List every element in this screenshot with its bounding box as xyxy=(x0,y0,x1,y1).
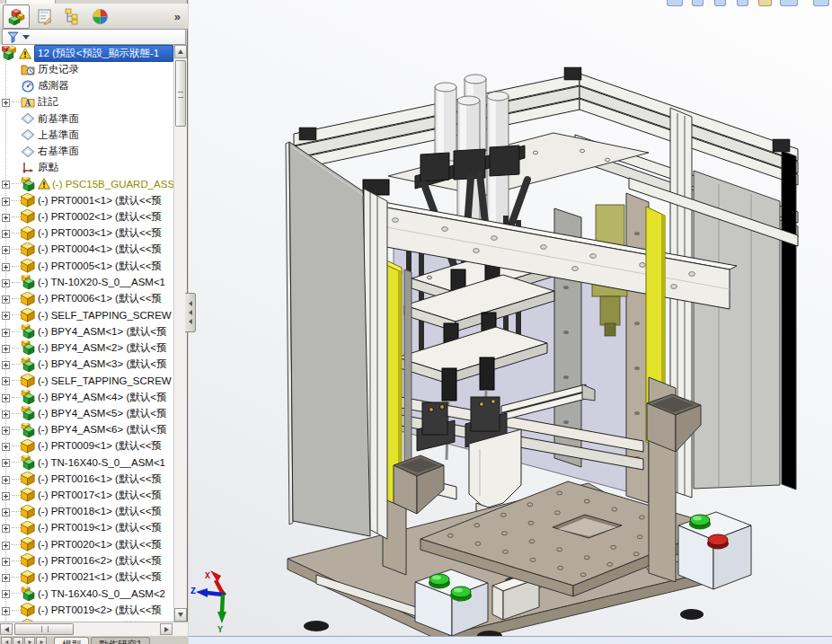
scroll-down-button[interactable] xyxy=(174,608,187,622)
tab-nav-next-button[interactable] xyxy=(24,637,35,644)
tree-row[interactable]: (-) PRT0019<2> (默认<<预 xyxy=(0,602,173,618)
tree-item-label[interactable]: (-) PRT0019<1> (默认<<预 xyxy=(38,521,162,534)
tree-row[interactable]: (-) TN-16X40-S_0__ASM<2 xyxy=(0,586,173,602)
expander-plus-icon[interactable] xyxy=(2,524,10,532)
tab-nav-first-button[interactable] xyxy=(1,637,12,644)
tree-item-label[interactable]: (-) SELF_TAPPING_SCREW xyxy=(38,310,172,321)
expander-plus-icon[interactable] xyxy=(2,475,10,483)
expander-plus-icon[interactable] xyxy=(2,229,10,237)
tree-item-label[interactable]: (-) PRT0006<1> (默认<<预 xyxy=(38,292,162,305)
chute-left[interactable] xyxy=(394,455,444,514)
expander-plus-icon[interactable] xyxy=(2,295,10,303)
tree-item-label[interactable]: (-) PRT0002<1> (默认<<预 xyxy=(38,210,162,224)
tree-row[interactable]: (-) PRT0019<1> (默认<<预 xyxy=(0,520,173,536)
machine-3d-model[interactable]: X Z Y xyxy=(189,0,832,636)
tree-row[interactable]: 原點 xyxy=(0,160,173,176)
chute-right[interactable] xyxy=(647,394,701,452)
tree-item-label[interactable]: 註記 xyxy=(38,95,58,109)
expander-plus-icon[interactable] xyxy=(2,344,10,352)
tree-item-label[interactable]: (-) BPY4_ASM<4> (默认<预 xyxy=(38,391,166,404)
expander-plus-icon[interactable] xyxy=(2,507,10,516)
tree-row[interactable]: (-) PRT0017<1> (默认<<预 xyxy=(0,487,173,503)
expander-plus-icon[interactable] xyxy=(2,262,10,270)
expander-plus-icon[interactable] xyxy=(2,426,10,434)
tree-item-label[interactable]: (-) BPY4_ASM<1> (默认<预 xyxy=(38,325,166,339)
tree-item-label[interactable]: (-) TN-16X40-S_0__ASM<1 xyxy=(38,457,165,468)
button-box-left[interactable] xyxy=(415,569,488,636)
expander-plus-icon[interactable] xyxy=(2,458,10,466)
tree-row[interactable]: (-) PRT0005<1> (默认<<预 xyxy=(0,258,173,274)
tree-row[interactable]: (-) PRT0009<1> (默认<<预 xyxy=(0,438,173,454)
tree-item-label[interactable]: (-) PRT0016<2> (默认<<预 xyxy=(38,554,162,568)
tree-filter-bar[interactable] xyxy=(2,29,186,45)
motion-study-tab[interactable]: 動作研究1 xyxy=(91,637,150,644)
tree-item-label[interactable]: (-) PSC15B_GUARD_ASS xyxy=(52,179,173,190)
tree-row[interactable]: (-) PRT0020<1> (默认<<预 xyxy=(0,536,173,552)
expander-plus-icon[interactable] xyxy=(2,541,10,549)
tab-nav-last-button[interactable] xyxy=(36,637,47,644)
expander-plus-icon[interactable] xyxy=(2,213,10,221)
tree-item-label[interactable]: (-) PRT0005<1> (默认<<预 xyxy=(38,260,162,273)
tree-row[interactable]: (-) SELF_TAPPING_SCREW xyxy=(0,373,173,389)
displaymanager-tab[interactable] xyxy=(86,4,113,29)
tree-item-label[interactable]: (-) PRT0021<1> (默认<<预 xyxy=(38,570,162,584)
tree-item-label[interactable]: (-) PRT0003<1> (默认<<预 xyxy=(38,226,162,240)
tree-item-label[interactable]: (-) BPY4_ASM<2> (默认<预 xyxy=(38,341,166,355)
tree-row[interactable]: (-) PRT0018<1> (默认<<预 xyxy=(0,504,173,520)
tree-item-label[interactable]: (-) TN-10X20-S_0__ASM<1 xyxy=(38,277,165,287)
tree-item-label[interactable]: 12 (預設<預設_顯示狀態-1 xyxy=(34,45,173,62)
propertymanager-tab[interactable] xyxy=(31,4,58,29)
tree-row[interactable]: (-) PRT0021<1> (默认<<预 xyxy=(0,569,173,586)
configurationmanager-tab[interactable] xyxy=(58,4,85,29)
featuremanager-tree-tab[interactable] xyxy=(3,4,30,29)
tree-item-label[interactable]: 原點 xyxy=(38,161,58,174)
tab-overflow-chevron[interactable]: » xyxy=(174,10,181,23)
tree-item-label[interactable]: (-) PRT0016<1> (默认<<预 xyxy=(38,472,162,486)
expander-plus-icon[interactable] xyxy=(2,98,10,106)
tree-row[interactable]: (-) BPY4_ASM<5> (默认<预 xyxy=(0,405,173,421)
tree-row[interactable]: A註記 xyxy=(0,94,173,110)
tree-item-label[interactable]: (-) PRT0009<1> (默认<<预 xyxy=(38,439,162,453)
tree-item-label[interactable]: (-) TN-16X40-S_0__ASM<2 xyxy=(38,588,165,599)
tree-row[interactable]: 右基準面 xyxy=(0,143,173,159)
filter-dropdown-caret[interactable] xyxy=(22,35,30,40)
tree-row[interactable]: (-) PSC15B_GUARD_ASS xyxy=(0,176,173,192)
expander-plus-icon[interactable] xyxy=(2,442,10,450)
horizontal-scroll-thumb[interactable] xyxy=(14,623,74,635)
expander-plus-icon[interactable] xyxy=(2,410,10,418)
expander-plus-icon[interactable] xyxy=(2,491,10,499)
tree-row[interactable]: 感測器 xyxy=(0,77,173,93)
button-box-right[interactable] xyxy=(678,512,751,589)
expander-plus-icon[interactable] xyxy=(2,606,10,614)
expander-plus-icon[interactable] xyxy=(2,278,10,287)
tree-row[interactable]: (-) PRT0002<1> (默认<<预 xyxy=(0,208,173,225)
tree-row[interactable]: (-) PRT0016<2> (默认<<预 xyxy=(0,552,173,569)
tree-item-label[interactable]: (-) BPY4_ASM<5> (默认<预 xyxy=(38,407,166,420)
tree-item-label[interactable]: 上基準面 xyxy=(38,128,79,142)
tree-item-label[interactable]: (-) PRT0001<1> (默认<<预 xyxy=(38,194,162,207)
tree-item-label[interactable]: (-) BPY4_ASM<3> (默认<预 xyxy=(38,357,166,371)
vertical-scroll-thumb[interactable] xyxy=(175,60,186,127)
tree-item-label[interactable]: (-) BPY4_ASM<6> (默认<预 xyxy=(38,423,166,437)
expander-plus-icon[interactable] xyxy=(2,589,10,597)
side-panel-left[interactable] xyxy=(286,142,370,536)
tree-item-label[interactable]: (-) PRT0018<1> (默认<<预 xyxy=(38,505,162,518)
tree-horizontal-scrollbar[interactable] xyxy=(0,622,188,636)
model-tab[interactable]: 模型 xyxy=(54,637,89,644)
tree-row[interactable]: (-) BPY4_ASM<1> (默认<预 xyxy=(0,323,173,340)
scroll-right-button[interactable] xyxy=(160,623,173,635)
expander-plus-icon[interactable] xyxy=(2,311,10,319)
expander-plus-icon[interactable] xyxy=(2,197,10,205)
graphics-viewport[interactable]: X Z Y xyxy=(189,0,832,636)
expander-plus-icon[interactable] xyxy=(2,180,10,188)
expander-plus-icon[interactable] xyxy=(2,557,10,565)
scroll-left-button[interactable] xyxy=(0,623,13,635)
tree-row[interactable]: (-) PRT0006<1> (默认<<预 xyxy=(0,291,173,307)
tree-item-label[interactable]: (-) SELF_TAPPING_SCREW xyxy=(38,375,172,386)
tree-item-label[interactable]: (-) PRT0004<1> (默认<<预 xyxy=(38,243,162,256)
tree-row[interactable]: 前基準面 xyxy=(0,110,173,127)
tree-row[interactable]: (-) BPY4_ASM<6> (默认<预 xyxy=(0,421,173,437)
tree-row[interactable]: (-) PRT0003<1> (默认<<预 xyxy=(0,225,173,242)
tree-row[interactable]: (-) TN-16X40-S_0__ASM<1 xyxy=(0,454,173,471)
tree-row[interactable]: (-) PRT0016<1> (默认<<预 xyxy=(0,471,173,487)
